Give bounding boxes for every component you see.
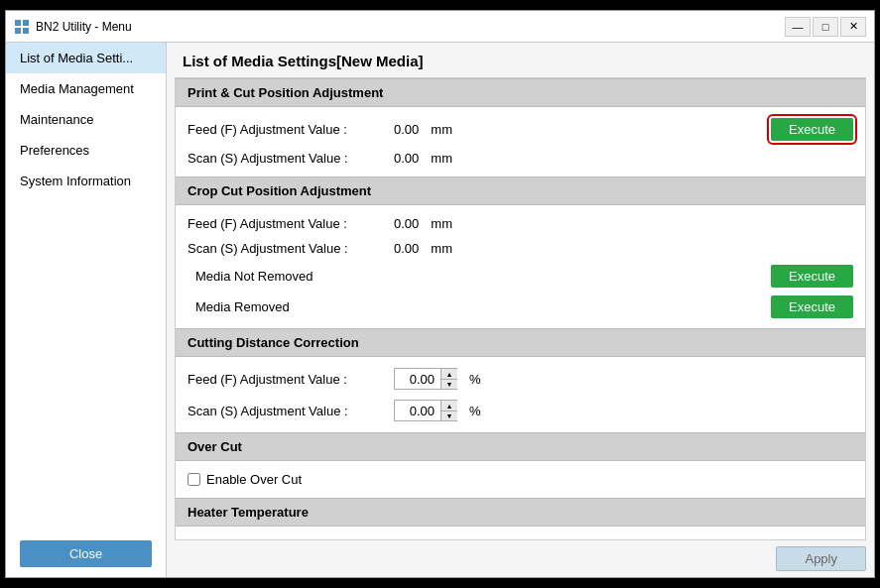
- crop-cut-feed-row: Feed (F) Adjustment Value : 0.00 mm: [188, 211, 853, 236]
- apply-button[interactable]: Apply: [776, 546, 866, 571]
- print-cut-scan-value: 0.00: [394, 151, 419, 166]
- title-controls: — □ ✕: [785, 17, 866, 37]
- sidebar-item-maintenance[interactable]: Maintenance: [6, 104, 166, 135]
- sidebar-item-list-media[interactable]: List of Media Setti...: [6, 43, 166, 73]
- over-cut-checkbox[interactable]: [188, 473, 200, 486]
- cutting-distance-header: Cutting Distance Correction: [176, 328, 865, 357]
- title-bar: BN2 Utility - Menu — □ ✕: [6, 11, 874, 43]
- heater-temp-body: [176, 527, 865, 540]
- cutting-distance-body: Feed (F) Adjustment Value : ▲ ▼ % Scan (…: [176, 357, 865, 432]
- cutting-scan-spinner-buttons: ▲ ▼: [440, 401, 457, 420]
- crop-cut-scan-unit: mm: [431, 241, 452, 256]
- print-cut-feed-unit: mm: [431, 122, 452, 137]
- cutting-feed-unit: %: [469, 372, 481, 387]
- crop-cut-header: Crop Cut Position Adjustment: [176, 176, 865, 205]
- crop-cut-scan-value: 0.00: [394, 241, 419, 256]
- cutting-feed-spinner[interactable]: ▲ ▼: [394, 368, 457, 390]
- over-cut-checkbox-label: Enable Over Cut: [206, 472, 302, 487]
- crop-cut-not-removed-label: Media Not Removed: [188, 269, 386, 284]
- crop-cut-not-removed-button[interactable]: Execute: [771, 265, 853, 288]
- svg-rect-3: [23, 28, 29, 34]
- cutting-scan-row: Scan (S) Adjustment Value : ▲ ▼ %: [188, 395, 853, 426]
- over-cut-body: Enable Over Cut: [176, 461, 865, 498]
- cutting-scan-label: Scan (S) Adjustment Value :: [188, 404, 386, 418]
- crop-cut-removed-button[interactable]: Execute: [771, 295, 853, 318]
- sidebar: List of Media Setti... Media Management …: [6, 43, 167, 577]
- cutting-feed-spinner-buttons: ▲ ▼: [440, 369, 457, 389]
- print-cut-feed-label: Feed (F) Adjustment Value :: [188, 122, 386, 137]
- page-title: List of Media Settings[New Media]: [167, 43, 874, 77]
- print-cut-execute-button[interactable]: Execute: [771, 118, 853, 141]
- sidebar-item-preferences[interactable]: Preferences: [6, 135, 166, 166]
- print-cut-header: Print & Cut Position Adjustment: [176, 78, 865, 107]
- print-cut-scan-unit: mm: [431, 151, 452, 166]
- crop-cut-feed-label: Feed (F) Adjustment Value :: [188, 216, 386, 231]
- cutting-scan-spinner[interactable]: ▲ ▼: [394, 400, 457, 421]
- cutting-feed-down-button[interactable]: ▼: [441, 379, 457, 389]
- window-close-button[interactable]: ✕: [840, 17, 866, 37]
- cutting-feed-up-button[interactable]: ▲: [441, 369, 457, 379]
- cutting-feed-label: Feed (F) Adjustment Value :: [188, 372, 386, 387]
- sidebar-item-system-info[interactable]: System Information: [6, 166, 166, 196]
- cutting-scan-up-button[interactable]: ▲: [441, 401, 457, 411]
- cutting-scan-down-button[interactable]: ▼: [441, 411, 457, 420]
- cutting-scan-unit: %: [469, 404, 481, 418]
- over-cut-header: Over Cut: [176, 432, 865, 461]
- content-area: Print & Cut Position Adjustment Feed (F)…: [175, 77, 866, 540]
- print-cut-body: Feed (F) Adjustment Value : 0.00 mm Exec…: [176, 107, 865, 176]
- over-cut-checkbox-row: Enable Over Cut: [188, 467, 853, 492]
- print-cut-feed-row: Feed (F) Adjustment Value : 0.00 mm Exec…: [188, 113, 853, 146]
- cutting-feed-row: Feed (F) Adjustment Value : ▲ ▼ %: [188, 363, 853, 395]
- print-cut-feed-value: 0.00: [394, 122, 419, 137]
- svg-rect-2: [15, 28, 21, 34]
- crop-cut-scan-label: Scan (S) Adjustment Value :: [188, 241, 386, 256]
- body: List of Media Setti... Media Management …: [6, 43, 874, 577]
- minimize-button[interactable]: —: [785, 17, 811, 37]
- heater-temp-header: Heater Temperature: [176, 498, 865, 527]
- sidebar-bottom: Close: [6, 530, 166, 577]
- title-bar-left: BN2 Utility - Menu: [14, 19, 132, 35]
- print-cut-scan-label: Scan (S) Adjustment Value :: [188, 151, 386, 166]
- print-cut-scan-row: Scan (S) Adjustment Value : 0.00 mm: [188, 146, 853, 171]
- window-title: BN2 Utility - Menu: [36, 20, 132, 34]
- crop-cut-body: Feed (F) Adjustment Value : 0.00 mm Scan…: [176, 205, 865, 328]
- crop-cut-scan-row: Scan (S) Adjustment Value : 0.00 mm: [188, 236, 853, 261]
- crop-cut-removed-row: Media Removed Execute: [188, 292, 853, 322]
- main-window: BN2 Utility - Menu — □ ✕ List of Media S…: [5, 10, 875, 578]
- main-content: List of Media Settings[New Media] Print …: [167, 43, 874, 577]
- app-icon: [14, 19, 30, 35]
- crop-cut-not-removed-row: Media Not Removed Execute: [188, 261, 853, 292]
- crop-cut-feed-unit: mm: [431, 216, 452, 231]
- svg-rect-0: [15, 20, 21, 26]
- crop-cut-removed-label: Media Removed: [188, 299, 386, 314]
- crop-cut-feed-value: 0.00: [394, 216, 419, 231]
- cutting-feed-input[interactable]: [395, 370, 440, 389]
- cutting-scan-input[interactable]: [395, 402, 440, 420]
- close-button[interactable]: Close: [20, 540, 152, 567]
- maximize-button[interactable]: □: [813, 17, 838, 37]
- footer: Apply: [167, 540, 874, 577]
- svg-rect-1: [23, 20, 29, 26]
- sidebar-item-media-management[interactable]: Media Management: [6, 73, 166, 104]
